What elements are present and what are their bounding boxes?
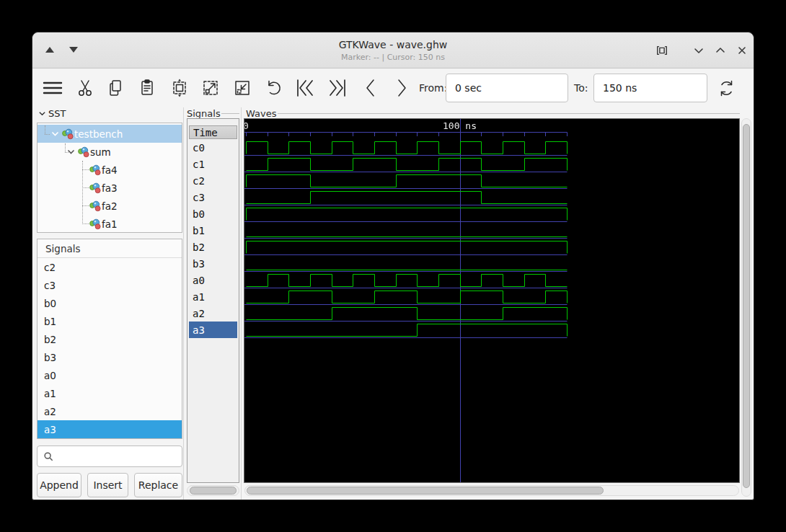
signal-list-item-a2[interactable]: a2: [37, 402, 182, 420]
signals-horizontal-scrollbar[interactable]: [187, 485, 239, 496]
module-cube-icon: [89, 182, 102, 194]
replace-button[interactable]: Replace: [134, 473, 182, 497]
module-cube-icon: [89, 218, 102, 230]
waveform-canvas[interactable]: [244, 119, 739, 482]
tree-guide-line: [82, 223, 89, 224]
tree-item-testbench[interactable]: testbench: [37, 125, 182, 143]
expander-chevron-icon[interactable]: [50, 129, 60, 138]
signal-list-item-b2[interactable]: b2: [37, 330, 182, 348]
sst-tree: testbenchsumfa4fa3fa2fa1: [37, 123, 182, 233]
wave-signal-name-b3[interactable]: b3: [189, 255, 237, 272]
to-end-icon[interactable]: [322, 72, 351, 104]
tree-guide-line: [82, 205, 89, 206]
tree-item-fa3[interactable]: fa3: [37, 179, 182, 197]
wave-signal-name-b2[interactable]: b2: [189, 239, 237, 255]
append-button[interactable]: Append: [37, 473, 81, 497]
time-column-header[interactable]: Time: [189, 125, 237, 139]
signals-column: Time c0c1c2c3b0b1b2b3a0a1a2a3: [187, 118, 239, 483]
signal-list-item-a3[interactable]: a3: [37, 420, 182, 438]
signal-list-header: Signals: [37, 239, 182, 258]
wave-display[interactable]: [244, 118, 740, 483]
pane-sash-right[interactable]: [241, 107, 242, 500]
to-value: 150 ns: [603, 82, 637, 94]
collapse-icon[interactable]: [691, 43, 707, 58]
wave-signal-name-a3[interactable]: a3: [189, 322, 237, 338]
waves-vertical-scrollbar[interactable]: [741, 118, 751, 497]
signal-list-item-b1[interactable]: b1: [37, 312, 182, 330]
signal-list-panel: Signals c2c3b0b1b2b3a0a1a2a3: [37, 239, 182, 439]
tree-item-label: fa4: [102, 164, 118, 176]
zoom-in-icon[interactable]: [196, 72, 225, 104]
to-start-icon[interactable]: [291, 72, 320, 104]
wave-signal-name-c3[interactable]: c3: [189, 189, 237, 205]
tree-guide-line: [65, 152, 70, 153]
tree-item-label: fa3: [102, 182, 118, 194]
module-cube-icon: [89, 164, 102, 176]
sst-expander[interactable]: SST: [38, 108, 66, 119]
search-input[interactable]: [37, 445, 182, 467]
signal-list-item-b3[interactable]: b3: [37, 348, 182, 366]
signals-horizontal-scrollbar-thumb[interactable]: [190, 487, 237, 495]
tree-guide-line: [45, 125, 45, 134]
waves-horizontal-scrollbar-thumb[interactable]: [247, 487, 604, 495]
paste-icon[interactable]: [133, 72, 162, 104]
tree-guide-line: [82, 161, 83, 224]
wave-signal-name-c2[interactable]: c2: [189, 172, 237, 189]
titlebar[interactable]: GTKWave - wave.ghw Marker: -- | Cursor: …: [32, 32, 754, 68]
signal-list-item-a1[interactable]: a1: [37, 384, 182, 402]
cut-icon[interactable]: [71, 72, 100, 104]
undo-icon[interactable]: [260, 72, 288, 104]
tree-item-fa1[interactable]: fa1: [37, 215, 182, 233]
module-cube-icon: [89, 200, 102, 212]
signal-list-item-c3[interactable]: c3: [37, 276, 182, 294]
tree-guide-line: [82, 169, 89, 170]
signals-frame-label: Signals: [187, 108, 221, 119]
step-right-icon[interactable]: [387, 72, 416, 104]
from-value: 0 sec: [455, 82, 482, 94]
tree-guide-line: [45, 134, 50, 135]
signal-list-item-c2[interactable]: c2: [37, 258, 182, 276]
zoom-fit-icon[interactable]: [165, 72, 194, 104]
maximize-icon[interactable]: [654, 43, 670, 58]
waves-frame-label: Waves: [246, 108, 276, 119]
tree-item-fa2[interactable]: fa2: [37, 197, 182, 215]
module-cube-icon: [62, 128, 74, 140]
signal-list-item-a0[interactable]: a0: [37, 366, 182, 384]
waves-vertical-scrollbar-thumb[interactable]: [743, 124, 750, 488]
wave-signal-name-c0[interactable]: c0: [189, 139, 237, 156]
from-input[interactable]: 0 sec: [446, 74, 568, 102]
expand-icon[interactable]: [712, 43, 728, 58]
window-title: GTKWave - wave.ghw: [32, 39, 754, 50]
reload-icon[interactable]: [712, 72, 741, 104]
zoom-out-icon[interactable]: [228, 72, 257, 104]
toolbar: From: 0 sec To: 150 ns: [32, 69, 754, 107]
tree-guide-line: [65, 143, 66, 152]
sst-label: SST: [48, 108, 66, 119]
wave-signal-name-b1[interactable]: b1: [189, 222, 237, 239]
step-left-icon[interactable]: [356, 72, 385, 104]
marker-cursor-status: Marker: -- | Cursor: 150 ns: [32, 53, 754, 62]
wave-signal-name-a1[interactable]: a1: [189, 288, 237, 305]
tree-item-label: fa1: [102, 218, 118, 230]
tree-item-label: fa2: [102, 200, 118, 212]
pane-sash-left[interactable]: [183, 107, 184, 500]
to-input[interactable]: 150 ns: [593, 74, 707, 102]
tree-item-fa4[interactable]: fa4: [37, 161, 182, 179]
gtkwave-window: GTKWave - wave.ghw Marker: -- | Cursor: …: [32, 32, 754, 500]
wave-signal-name-c1[interactable]: c1: [189, 156, 237, 172]
tree-item-label: testbench: [74, 128, 123, 140]
waves-horizontal-scrollbar[interactable]: [244, 485, 739, 496]
search-icon: [43, 451, 54, 462]
menu-icon[interactable]: [38, 72, 67, 104]
tree-item-sum[interactable]: sum: [37, 143, 182, 161]
close-icon[interactable]: [734, 43, 750, 58]
wave-signal-name-a2[interactable]: a2: [189, 305, 237, 322]
insert-button[interactable]: Insert: [87, 473, 128, 497]
tree-guide-line: [82, 187, 89, 188]
wave-signal-name-b0[interactable]: b0: [189, 205, 237, 222]
signal-list-item-b0[interactable]: b0: [37, 294, 182, 312]
tree-item-label: sum: [90, 146, 111, 158]
module-cube-icon: [78, 146, 90, 158]
copy-icon[interactable]: [101, 72, 130, 104]
wave-signal-name-a0[interactable]: a0: [189, 272, 237, 288]
